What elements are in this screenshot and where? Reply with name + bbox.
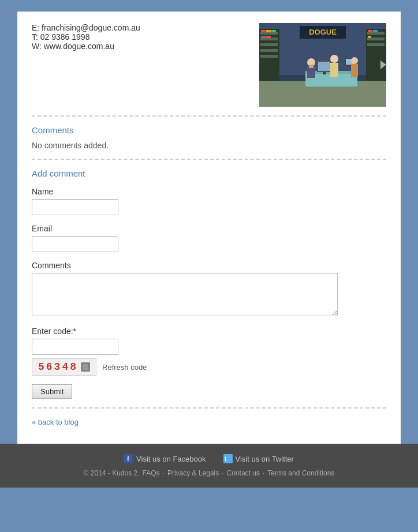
captcha-image: 56348 [32, 358, 96, 376]
comments-textarea[interactable] [32, 273, 338, 316]
svg-rect-36 [351, 64, 358, 77]
no-comments-text: No comments added. [32, 141, 386, 150]
privacy-link[interactable]: Privacy & Legals [167, 469, 219, 477]
phone-info: T: 02 9386 1998 [32, 32, 248, 42]
mid-divider [32, 159, 386, 160]
sep3: · [263, 469, 264, 477]
captcha-group: Enter code:* 56348 Refresh code [32, 327, 386, 376]
svg-rect-18 [368, 30, 372, 32]
email-group: Email [32, 224, 386, 252]
twitter-link[interactable]: t Visit us on Twitter [223, 454, 294, 463]
svg-rect-20 [368, 36, 371, 38]
email-label: Email [32, 224, 386, 233]
name-input[interactable] [32, 199, 118, 215]
svg-rect-32 [309, 65, 314, 68]
comments-label: Comments [32, 261, 386, 270]
top-divider [32, 115, 386, 117]
svg-rect-19 [373, 30, 378, 32]
sep2: · [222, 469, 223, 477]
svg-rect-11 [271, 30, 276, 32]
svg-rect-17 [367, 43, 385, 46]
sep1: · [163, 469, 165, 477]
comments-section: Comments No comments added. [32, 125, 386, 150]
contact-info: E: franchising@dogue.com.au T: 02 9386 1… [32, 23, 248, 107]
comments-group: Comments [32, 261, 386, 318]
svg-rect-39 [83, 364, 88, 370]
captcha-code: 56348 [38, 361, 78, 373]
svg-point-35 [351, 57, 358, 64]
submit-button[interactable]: Submit [32, 384, 72, 399]
facebook-label: Visit us on Facebook [136, 455, 206, 463]
svg-rect-13 [266, 36, 271, 38]
copyright-text: © 2014 - Kudos 2. [84, 469, 140, 477]
captcha-row: 56348 Refresh code [32, 358, 386, 376]
enter-code-label: Enter code:* [32, 327, 386, 336]
svg-rect-9 [261, 30, 266, 32]
store-image: DOGUE [259, 23, 386, 107]
svg-rect-27 [323, 72, 326, 74]
svg-text:f: f [127, 455, 129, 462]
twitter-label: Visit us on Twitter [236, 455, 294, 463]
email-info: E: franchising@dogue.com.au [32, 23, 248, 32]
contact-link[interactable]: Contact us [227, 469, 260, 477]
name-group: Name [32, 187, 386, 215]
footer-social: f Visit us on Facebook t Visit us on Twi… [12, 454, 406, 463]
svg-rect-6 [260, 43, 278, 46]
back-to-blog-link[interactable]: « back to blog [32, 418, 79, 426]
svg-rect-34 [330, 63, 338, 77]
add-comment-title: Add comment [32, 168, 386, 178]
captcha-icon [81, 362, 90, 372]
footer: f Visit us on Facebook t Visit us on Twi… [0, 444, 418, 488]
svg-rect-7 [260, 49, 278, 52]
email-input[interactable] [32, 236, 118, 252]
bottom-divider [32, 407, 386, 409]
faqs-link[interactable]: FAQs [143, 469, 160, 477]
svg-text:DOGUE: DOGUE [309, 28, 337, 36]
svg-rect-12 [261, 36, 266, 38]
svg-point-33 [330, 55, 338, 63]
website-info: W: www.dogue.com.au [32, 42, 248, 51]
refresh-code-link[interactable]: Refresh code [102, 363, 147, 372]
svg-rect-10 [266, 30, 271, 32]
twitter-icon: t [223, 454, 233, 463]
add-comment-section: Add comment Name Email Comments Enter co… [32, 168, 386, 399]
captcha-input[interactable] [32, 339, 118, 355]
footer-links: © 2014 - Kudos 2. FAQs · Privacy & Legal… [12, 469, 406, 477]
facebook-link[interactable]: f Visit us on Facebook [124, 454, 206, 463]
terms-link[interactable]: Terms and Conditions [267, 469, 334, 477]
svg-rect-8 [260, 55, 278, 58]
svg-rect-26 [318, 62, 330, 71]
comments-title: Comments [32, 125, 386, 135]
name-label: Name [32, 187, 386, 196]
facebook-icon: f [124, 454, 133, 463]
